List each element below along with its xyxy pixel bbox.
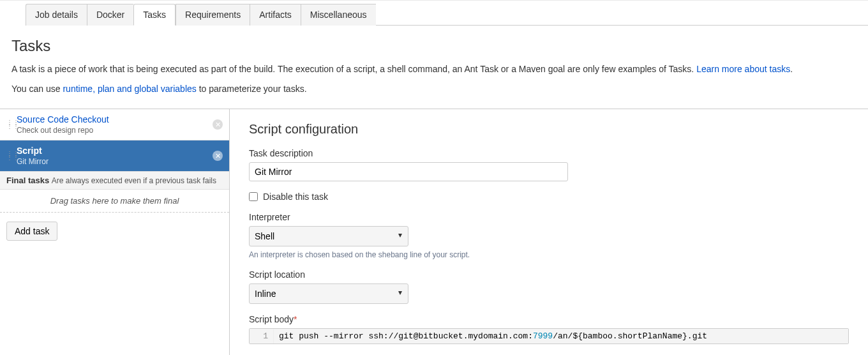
interpreter-select[interactable]: Shell [249,226,408,246]
final-tasks-sub: Are always executed even if a previous t… [52,176,216,185]
task-title: Source Code Checkout [17,114,213,125]
script-location-label: Script location [249,269,849,280]
task-item-script[interactable]: ⋮⋮⋮⋮ Script Git Mirror ✕ [0,140,229,172]
drag-handle-icon[interactable]: ⋮⋮⋮⋮ [6,121,13,128]
variables-link[interactable]: runtime, plan and global variables [63,84,196,94]
task-item-source-code-checkout[interactable]: ⋮⋮⋮⋮ Source Code Checkout Check out desi… [0,109,229,140]
interpreter-hint: An interpreter is chosen based on the sh… [249,250,849,259]
task-description-label: Task description [249,148,849,158]
required-asterisk: * [294,314,297,324]
script-body-editor[interactable]: 1 git push --mirror ssh://git@bitbucket.… [249,328,849,344]
task-subtitle: Git Mirror [17,157,213,166]
drag-handle-icon[interactable]: ⋮⋮⋮⋮ [6,152,13,160]
desc-text: A task is a piece of work that is being … [11,64,696,74]
tab-job-details[interactable]: Job details [26,4,87,26]
tab-tasks[interactable]: Tasks [133,4,176,26]
desc2-post: to parameterize your tasks. [197,84,307,94]
final-tasks-header: Final tasks Are always executed even if … [0,172,229,190]
remove-task-icon[interactable]: ✕ [213,151,223,161]
task-description-input[interactable] [249,162,568,181]
final-tasks-drop-zone[interactable]: Drag tasks here to make them final [0,190,229,213]
script-body-label: Script body* [249,314,849,324]
page-title: Tasks [11,37,868,55]
tabs: Job details Docker Tasks Requirements Ar… [26,3,868,26]
desc-post: . [790,64,793,74]
code-body[interactable]: git push --mirror ssh://git@bitbucket.my… [274,329,848,344]
detail-heading: Script configuration [249,122,849,137]
script-location-select[interactable]: Inline [249,283,408,304]
task-title: Script [17,146,213,156]
disable-task-row[interactable]: Disable this task [249,192,849,202]
task-subtitle: Check out design repo [17,126,213,135]
disable-task-checkbox[interactable] [249,192,258,201]
remove-task-icon[interactable]: ✕ [213,119,223,130]
tab-requirements[interactable]: Requirements [176,4,250,26]
interpreter-label: Interpreter [249,212,849,222]
code-line-number: 1 [250,329,274,344]
page-description-1: A task is a piece of work that is being … [11,63,868,76]
tab-docker[interactable]: Docker [87,4,133,26]
learn-more-link[interactable]: Learn more about tasks [696,64,790,74]
disable-task-label: Disable this task [263,192,328,202]
desc2-pre: You can use [11,84,63,94]
task-detail-panel: Script configuration Task description Di… [230,109,868,355]
task-list-sidebar: ⋮⋮⋮⋮ Source Code Checkout Check out desi… [0,109,230,355]
add-task-button[interactable]: Add task [6,222,57,241]
tab-miscellaneous[interactable]: Miscellaneous [301,4,376,26]
tab-artifacts[interactable]: Artifacts [250,4,301,26]
page-description-2: You can use runtime, plan and global var… [11,82,868,96]
final-tasks-label: Final tasks [6,176,49,185]
